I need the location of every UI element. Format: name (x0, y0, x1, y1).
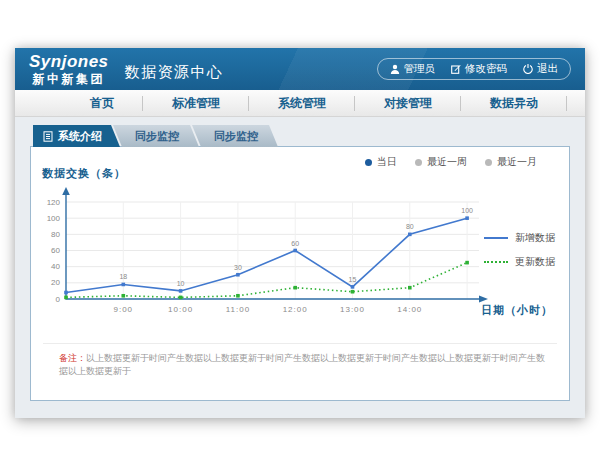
filter-label: 最近一月 (497, 155, 537, 169)
legend-label: 新增数据 (515, 231, 555, 245)
current-user[interactable]: 管理员 (390, 62, 436, 76)
footnote-label: 备注： (59, 353, 86, 363)
svg-text:14:00: 14:00 (397, 305, 422, 314)
svg-text:120: 120 (47, 198, 61, 207)
chart-legend: 新增数据 更新数据 (484, 231, 555, 269)
tab-label: 同步监控 (135, 129, 179, 144)
range-filter-group: 当日 最近一周 最近一月 (365, 155, 537, 169)
svg-text:9:00: 9:00 (114, 305, 134, 314)
svg-text:10: 10 (177, 280, 185, 287)
filter-label: 最近一周 (427, 155, 467, 169)
filter-label: 当日 (377, 155, 397, 169)
svg-text:100: 100 (47, 214, 61, 223)
svg-text:100: 100 (461, 207, 473, 214)
svg-text:80: 80 (406, 223, 414, 230)
y-axis-title: 数据交换（条） (42, 166, 126, 181)
legend-line-dotted-icon (484, 261, 508, 263)
tab-sync-monitor-2[interactable]: 同步监控 (192, 125, 278, 147)
footnote: 备注：以上数据更新于时间产生数据以上数据更新于时间产生数据以上数据更新于时间产生… (59, 352, 551, 378)
legend-item-update-data: 更新数据 (484, 255, 555, 269)
logout-label: 退出 (537, 62, 558, 76)
app-window: Synjones 新中新集团 数据资源中心 管理员 修改密码 退出 首页 标准管… (15, 48, 585, 418)
tab-label: 系统介绍 (58, 129, 102, 144)
tab-bar: 系统介绍 同步监控 同步监控 (33, 125, 278, 147)
svg-text:18: 18 (119, 273, 127, 280)
chart-panel: 当日 最近一周 最近一月 数据交换（条） 0204060801001209:00… (30, 146, 570, 401)
x-axis-title: 日期（小时） (481, 303, 553, 318)
nav-item-standard-mgmt[interactable]: 标准管理 (143, 90, 249, 117)
main-nav: 首页 标准管理 系统管理 对接管理 数据异动 (15, 90, 585, 117)
svg-text:20: 20 (51, 278, 60, 287)
content-area: 系统介绍 同步监控 同步监控 当日 最近一周 (15, 117, 585, 418)
svg-text:40: 40 (51, 262, 60, 271)
synjones-logo[interactable]: Synjones 新中新集团 (29, 53, 109, 85)
logout-button[interactable]: 退出 (523, 62, 558, 76)
edit-icon (451, 64, 461, 74)
svg-text:80: 80 (51, 230, 60, 239)
current-user-label: 管理员 (404, 62, 436, 76)
svg-text:11:00: 11:00 (226, 305, 250, 314)
user-menu: 管理员 修改密码 退出 (377, 58, 572, 80)
footnote-text: 以上数据更新于时间产生数据以上数据更新于时间产生数据以上数据更新于时间产生数据以… (59, 353, 545, 376)
power-icon (523, 64, 533, 74)
legend-line-solid-icon (484, 237, 508, 239)
nav-item-data-change[interactable]: 数据异动 (461, 90, 567, 117)
document-icon (43, 131, 53, 142)
nav-item-home[interactable]: 首页 (61, 90, 143, 117)
legend-item-new-data: 新增数据 (484, 231, 555, 245)
radio-dot-icon (365, 159, 372, 166)
svg-text:13:00: 13:00 (340, 305, 365, 314)
logo-text-cn: 新中新集团 (29, 73, 109, 85)
nav-item-interface-mgmt[interactable]: 对接管理 (355, 90, 461, 117)
page-title: 数据资源中心 (125, 57, 224, 82)
svg-text:30: 30 (234, 264, 242, 271)
filter-last-month[interactable]: 最近一月 (485, 155, 537, 169)
svg-text:15: 15 (349, 276, 357, 283)
line-chart-svg: 0204060801001209:0010:0011:0012:0013:001… (31, 185, 493, 327)
radio-dot-icon (415, 159, 422, 166)
change-password-label: 修改密码 (465, 62, 507, 76)
logo-text-en: Synjones (29, 53, 109, 70)
note-divider (43, 343, 557, 344)
nav-item-system-mgmt[interactable]: 系统管理 (249, 90, 355, 117)
tab-system-intro[interactable]: 系统介绍 (33, 125, 120, 147)
filter-today[interactable]: 当日 (365, 155, 397, 169)
tab-sync-monitor-1[interactable]: 同步监控 (113, 125, 199, 147)
legend-label: 更新数据 (515, 255, 555, 269)
filter-last-week[interactable]: 最近一周 (415, 155, 467, 169)
svg-text:10:00: 10:00 (168, 305, 193, 314)
svg-text:12:00: 12:00 (283, 305, 308, 314)
svg-text:60: 60 (51, 246, 60, 255)
svg-text:0: 0 (56, 295, 61, 304)
svg-text:60: 60 (291, 240, 299, 247)
change-password-button[interactable]: 修改密码 (451, 62, 507, 76)
user-icon (390, 64, 400, 74)
app-header: Synjones 新中新集团 数据资源中心 管理员 修改密码 退出 (15, 48, 585, 90)
tab-label: 同步监控 (214, 129, 258, 144)
radio-dot-icon (485, 159, 492, 166)
